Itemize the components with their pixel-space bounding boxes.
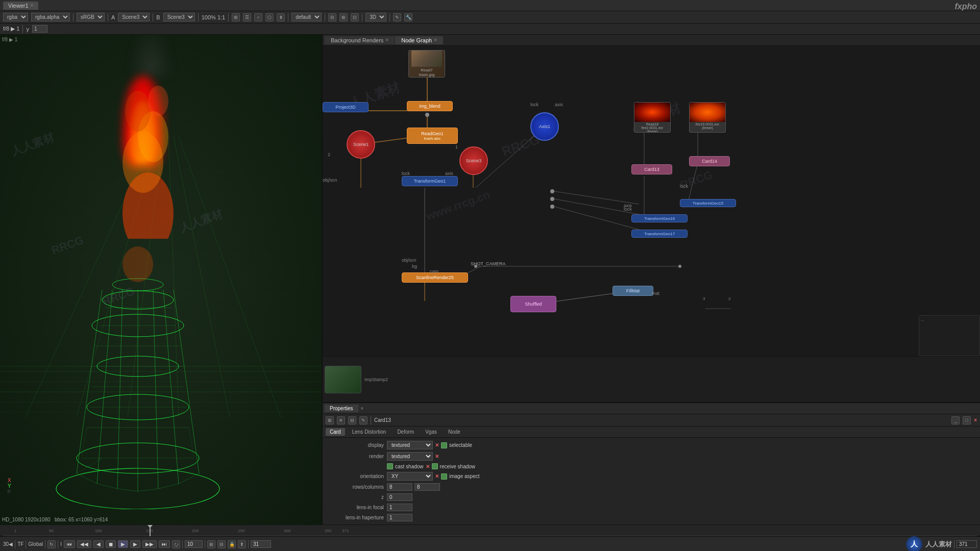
tl-icon-3[interactable]: ⊟: [217, 540, 226, 548]
tab-node-label: Node: [448, 429, 460, 435]
tl-icon-5[interactable]: ⬆: [238, 540, 246, 548]
tab-bg-renders[interactable]: Background Renders ×: [325, 36, 395, 44]
prop-z-input[interactable]: [387, 493, 412, 501]
props-node-tab-lens[interactable]: Lens Distortion: [348, 428, 390, 436]
node-scene3[interactable]: Scene3: [459, 146, 488, 175]
view-mode-select[interactable]: 3D: [365, 13, 386, 21]
prop-orientation-select[interactable]: XY: [387, 472, 433, 481]
tl-frame-current[interactable]: [251, 540, 271, 548]
tl-btn-ff[interactable]: ▶▶: [142, 540, 157, 548]
prop-render-x[interactable]: ✕: [435, 454, 439, 459]
props-icon-2[interactable]: ✕: [337, 416, 345, 424]
node-graph-canvas[interactable]: 人人素材 RRCG www.rrcg.cn 人人素材 RRCG: [323, 46, 980, 356]
node-card13[interactable]: Card13: [631, 164, 672, 174]
viewer-icon-3[interactable]: ○: [254, 13, 262, 21]
props-node-tab-node[interactable]: Node: [444, 428, 464, 436]
node-readgeo1[interactable]: ReadGeo1 trash.abc: [407, 128, 458, 144]
viewport[interactable]: f/8 ▶ 1 X Y 0 人人素材 RRCG 人人素材 RRCG HD_108…: [0, 35, 323, 524]
tl-btn-rewind[interactable]: ⏮: [64, 540, 75, 548]
prop-selectable-checkbox[interactable]: [441, 442, 447, 448]
tl-btn-next[interactable]: ▶: [130, 540, 140, 548]
tab-node-graph-close[interactable]: ×: [434, 37, 437, 43]
node-scanline25[interactable]: ScanlineRender25: [402, 272, 468, 283]
node-fillmat[interactable]: FillMat: [612, 286, 653, 296]
view-icon-1[interactable]: ✎: [393, 13, 401, 21]
svg-text:100: 100: [95, 529, 102, 533]
node-transformgeo16[interactable]: TransformGeo16: [631, 214, 688, 222]
node-project3d[interactable]: Project3D: [323, 102, 369, 112]
node-transformgeo17[interactable]: TransformGeo17: [631, 230, 688, 238]
tf-label: TF: [17, 541, 23, 547]
node-read7[interactable]: Read7trash.jpg: [408, 50, 445, 78]
alpha-select[interactable]: rgba.alpha: [31, 13, 70, 21]
layout-icon-2[interactable]: ⊞: [339, 13, 348, 21]
prop-display-x[interactable]: ✕: [435, 442, 439, 448]
layout-icon-1[interactable]: ⊟: [328, 13, 336, 21]
props-win-min[interactable]: _: [951, 416, 960, 424]
viewer-icon-2[interactable]: ☰: [243, 13, 251, 21]
tab-node-graph[interactable]: Node Graph ×: [395, 36, 444, 44]
props-icon-3[interactable]: ⊟: [348, 416, 356, 424]
prop-receive-checkbox[interactable]: [432, 463, 438, 469]
prop-rows-input[interactable]: [387, 483, 412, 491]
node-transformgeo1[interactable]: TransformGeo1: [402, 176, 458, 186]
tl-icon-2[interactable]: ⊞: [207, 540, 215, 548]
viewer-icon-5[interactable]: ⏸: [277, 13, 285, 21]
thumb-preview-1[interactable]: [325, 366, 361, 393]
node-img-blend[interactable]: img_blend: [407, 101, 453, 111]
view-icon-2[interactable]: 🔧: [404, 13, 412, 21]
viewer-tab[interactable]: Viewer1 ×: [3, 2, 38, 10]
scene-a-select[interactable]: Scene3: [118, 13, 150, 21]
prop-cols-input[interactable]: [414, 483, 440, 491]
tl-btn-prev-frame[interactable]: ◀◀: [77, 540, 91, 548]
props-node-tab-deform[interactable]: Deform: [393, 428, 418, 436]
tl-btn-end[interactable]: ⏭: [159, 540, 170, 548]
node-shuffled[interactable]: Shuffled: [510, 296, 556, 312]
tab-bg-renders-close[interactable]: ×: [385, 37, 388, 43]
prop-cast-checkbox[interactable]: [387, 463, 393, 469]
props-node-tab-vgas[interactable]: Vgas: [421, 428, 441, 436]
tl-icon-1[interactable]: ↻: [47, 540, 56, 548]
toolbar-sep-4: [198, 13, 199, 21]
tl-btn-stop[interactable]: ◼: [106, 540, 116, 548]
prop-orientation-x[interactable]: ✕: [435, 473, 439, 479]
node-read18[interactable]: Read18fire2.0031.exr(linear): [634, 102, 671, 133]
tl-btn-prev[interactable]: ◀: [93, 540, 104, 548]
props-win-max[interactable]: □: [963, 416, 971, 424]
node-tabs: Background Renders × Node Graph ×: [323, 35, 980, 46]
viewer-icon-1[interactable]: ⊞: [232, 13, 240, 21]
node-axis1[interactable]: Axis1: [530, 112, 559, 141]
props-node-tab-card[interactable]: Card: [326, 428, 345, 436]
prop-focal-input[interactable]: [387, 504, 412, 511]
props-tab-properties[interactable]: Properties: [325, 405, 359, 412]
viewer-icon-4[interactable]: ⬡: [265, 13, 274, 21]
colorspace-select[interactable]: sRGB: [77, 13, 105, 21]
props-icon-4[interactable]: ✎: [359, 416, 368, 424]
props-win-close[interactable]: ×: [974, 417, 977, 423]
props-tab-close[interactable]: ×: [361, 406, 364, 411]
tl-btn-play[interactable]: ▶: [118, 540, 128, 548]
prop-display-select[interactable]: textured: [387, 441, 433, 449]
prop-render-select[interactable]: textured: [387, 452, 433, 461]
scene-b-select[interactable]: Scene3: [163, 13, 195, 21]
layout-icon-3[interactable]: ⊡: [351, 13, 359, 21]
prop-focal-label: lens-in focal: [328, 505, 384, 510]
channel-select[interactable]: rgba: [3, 13, 28, 21]
tl-sep2: [26, 540, 26, 548]
thumb-label: ImpStamp2: [363, 376, 389, 383]
tl-icon-loop[interactable]: ⭮: [172, 540, 180, 548]
tl-icon-4[interactable]: 🔒: [228, 540, 236, 548]
node-card14[interactable]: Card14: [689, 156, 730, 166]
layout-select[interactable]: default: [291, 13, 322, 21]
node-scene1[interactable]: Scene1: [347, 130, 375, 159]
viewer-tab-close[interactable]: ×: [31, 3, 34, 8]
node-transformgeo15[interactable]: TransformGeo15: [680, 199, 736, 207]
y-input[interactable]: [32, 25, 47, 33]
prop-cast-x[interactable]: ✕: [426, 464, 430, 469]
node-read19[interactable]: fire19.0031.exr(linear): [689, 102, 726, 133]
tl-step-input[interactable]: [185, 540, 203, 548]
prop-imageaspect-checkbox[interactable]: [441, 473, 447, 480]
node-mini-panel[interactable]: ...: [919, 315, 980, 356]
props-icon-1[interactable]: ⊞: [326, 416, 334, 424]
prop-haperture-input[interactable]: [387, 514, 412, 521]
